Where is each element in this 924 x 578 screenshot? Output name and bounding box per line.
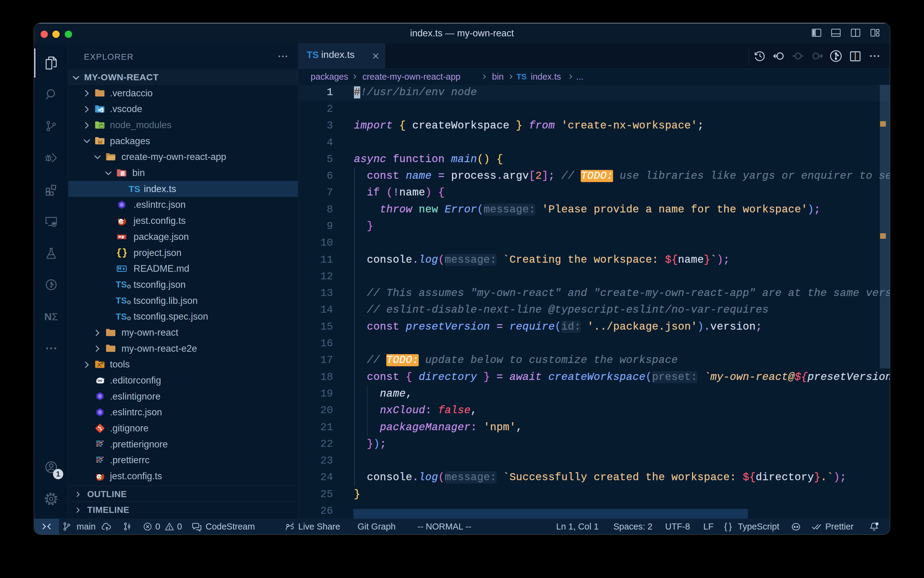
svg-text:JS: JS xyxy=(100,125,103,128)
svg-text:10: 10 xyxy=(121,173,124,176)
